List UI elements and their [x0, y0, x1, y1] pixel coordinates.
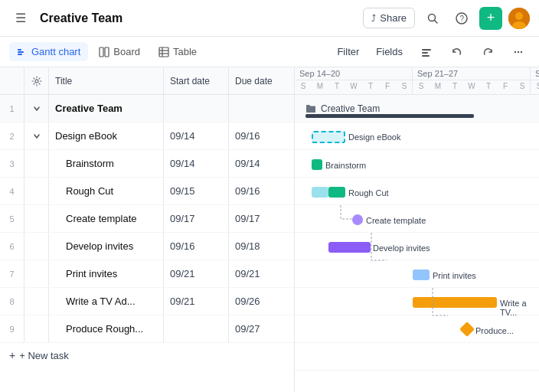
svg-text:?: ?	[460, 15, 465, 23]
fields-button[interactable]: Fields	[371, 43, 407, 60]
new-task-label: + New task	[19, 350, 69, 361]
row-title: Design eBook	[55, 130, 117, 142]
row-number: 7	[0, 260, 24, 287]
main-content: Title Start date Due date 1 Creative Tea…	[0, 67, 539, 392]
table-icon	[158, 47, 169, 57]
row-title-cell: Develop invites	[49, 233, 164, 260]
row-due-date: 09/27	[229, 315, 294, 342]
help-button[interactable]: ?	[450, 7, 473, 30]
header-left: ☰ Creative Team	[9, 7, 122, 30]
row-title-cell: Create template	[49, 205, 164, 232]
table-row[interactable]: 1 Creative Team	[0, 95, 294, 122]
more-icon	[512, 46, 524, 58]
row-number: 1	[0, 95, 24, 122]
svg-point-21	[521, 51, 522, 52]
gantt-row-3: Brainstorm	[295, 150, 539, 178]
share-label: Share	[380, 12, 407, 24]
gantt-day: S	[514, 80, 531, 92]
table-tab[interactable]: Table	[151, 42, 204, 61]
gantt-week-label: Sep 2	[531, 67, 539, 80]
filter-button[interactable]: Filter	[332, 43, 364, 60]
gantt-icon	[17, 47, 28, 57]
row-title: Write a TV Ad...	[66, 296, 136, 307]
row-start-date	[164, 95, 229, 122]
row-title: Develop invites	[66, 240, 133, 252]
table-row[interactable]: 5 Create template 09/17 09/17	[0, 205, 294, 233]
table-row[interactable]: 7 Print invites 09/21 09/21	[0, 260, 294, 288]
gantt-bar-label: Brainstorm	[325, 161, 366, 170]
row-start-date: 09/21	[164, 288, 229, 315]
gantt-day: W	[463, 80, 480, 92]
gantt-body: Creative Team Design eBook Brainstorm	[295, 95, 539, 392]
table-section: Title Start date Due date 1 Creative Tea…	[0, 67, 295, 392]
row-title: Produce Rough...	[66, 323, 143, 335]
table-row[interactable]: 9 Produce Rough... 09/27	[0, 315, 294, 343]
more-button[interactable]	[507, 41, 530, 64]
row-expand[interactable]	[24, 95, 49, 122]
new-task-button[interactable]: + + New task	[0, 343, 294, 368]
add-button[interactable]: +	[479, 7, 502, 30]
row-due-date: 09/16	[229, 178, 294, 204]
gantt-day: T	[446, 80, 463, 92]
chevron-down-icon	[33, 105, 41, 113]
gantt-row-8: Write a TV...	[295, 288, 539, 315]
share-icon: ⤴	[371, 13, 376, 24]
gantt-day: S	[531, 80, 539, 92]
gantt-day: M	[312, 80, 328, 92]
svg-rect-12	[159, 47, 168, 57]
menu-icon[interactable]: ☰	[9, 7, 32, 30]
new-task-icon: +	[9, 349, 15, 361]
search-button[interactable]	[421, 7, 444, 30]
table-row[interactable]: 6 Develop invites 09/16 09/18	[0, 233, 294, 260]
chevron-down-icon	[33, 132, 41, 140]
row-expand[interactable]	[24, 122, 49, 149]
row-number: 5	[0, 205, 24, 232]
toolbar-actions: Filter Fields	[332, 41, 530, 64]
row-title: Creative Team	[55, 103, 122, 114]
gantt-day: T	[480, 80, 497, 92]
board-tab[interactable]: Board	[91, 42, 148, 61]
collapse-icon	[420, 46, 433, 58]
undo-button[interactable]	[446, 41, 469, 64]
table-tab-label: Table	[173, 46, 197, 57]
svg-rect-8	[18, 51, 24, 53]
row-start-date: 09/17	[164, 205, 229, 232]
row-due-date: 09/17	[229, 205, 294, 232]
svg-rect-18	[422, 55, 430, 57]
svg-point-19	[514, 51, 516, 52]
gantt-week-label: Sep 14–20	[295, 67, 412, 80]
settings-icon[interactable]	[24, 67, 49, 94]
table-row[interactable]: 8 Write a TV Ad... 09/21 09/26	[0, 288, 294, 315]
row-due-date: 09/16	[229, 122, 294, 149]
gantt-row-new-task	[295, 343, 539, 371]
share-button[interactable]: ⤴ Share	[363, 8, 415, 28]
search-icon	[426, 12, 439, 24]
row-due-date: 09/18	[229, 233, 294, 260]
row-number-header	[0, 67, 24, 94]
row-due-date: 09/26	[229, 288, 294, 315]
gantt-row-7: Print invites	[295, 260, 539, 288]
svg-point-5	[515, 12, 523, 20]
gantt-section: Sep 14–20 S M T W T F S Sep 21–27 S M T	[295, 67, 539, 392]
table-row[interactable]: 4 Rough Cut 09/15 09/16	[0, 178, 294, 205]
row-title-cell: Produce Rough...	[49, 315, 164, 342]
svg-rect-7	[18, 49, 21, 51]
gantt-week-3: Sep 2 S M T	[531, 67, 539, 94]
row-title-cell: Creative Team	[49, 95, 164, 122]
header: ☰ Creative Team ⤴ Share ? +	[0, 0, 539, 37]
table-row[interactable]: 2 Design eBook 09/14 09/16	[0, 122, 294, 150]
gantt-group-label: Creative Team	[321, 103, 380, 114]
redo-button[interactable]	[476, 41, 499, 64]
row-start-date: 09/21	[164, 260, 229, 287]
table-row[interactable]: 3 Brainstorm 09/14 09/14	[0, 150, 294, 178]
svg-point-20	[518, 51, 519, 52]
collapse-button[interactable]	[415, 41, 438, 64]
row-spacer	[24, 315, 49, 342]
svg-rect-10	[100, 47, 103, 57]
svg-point-22	[35, 80, 38, 83]
svg-rect-16	[422, 49, 431, 51]
gantt-day: T	[328, 80, 345, 92]
gantt-week-label: Sep 21–27	[413, 67, 530, 80]
gantt-bar-label: Write a TV...	[500, 299, 539, 317]
gantt-chart-tab[interactable]: Gantt chart	[9, 42, 88, 61]
